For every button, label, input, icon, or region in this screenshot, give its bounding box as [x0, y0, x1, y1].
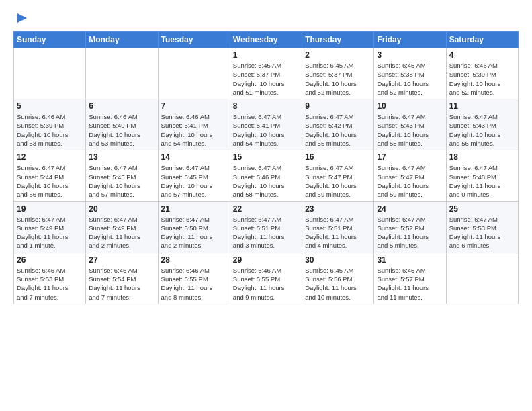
calendar-cell: [14, 48, 86, 99]
day-number: 29: [233, 255, 299, 265]
week-row-2: 5Sunrise: 6:46 AM Sunset: 5:39 PM Daylig…: [14, 99, 519, 150]
calendar-cell: 1Sunrise: 6:45 AM Sunset: 5:37 PM Daylig…: [230, 48, 302, 99]
weekday-header-friday: Friday: [374, 32, 446, 48]
day-number: 24: [377, 204, 443, 214]
day-info: Sunrise: 6:47 AM Sunset: 5:53 PM Dayligh…: [449, 215, 515, 250]
day-info: Sunrise: 6:46 AM Sunset: 5:55 PM Dayligh…: [161, 266, 227, 302]
calendar-cell: 14Sunrise: 6:47 AM Sunset: 5:45 PM Dayli…: [158, 150, 230, 201]
weekday-header-row: SundayMondayTuesdayWednesdayThursdayFrid…: [14, 32, 519, 48]
calendar-cell: 16Sunrise: 6:47 AM Sunset: 5:47 PM Dayli…: [302, 150, 374, 201]
day-info: Sunrise: 6:47 AM Sunset: 5:51 PM Dayligh…: [305, 215, 371, 250]
day-number: 11: [449, 101, 515, 111]
calendar-cell: 31Sunrise: 6:45 AM Sunset: 5:57 PM Dayli…: [374, 253, 446, 304]
day-number: 10: [377, 101, 443, 111]
day-number: 2: [305, 50, 371, 60]
calendar-cell: 9Sunrise: 6:47 AM Sunset: 5:42 PM Daylig…: [302, 99, 374, 150]
weekday-header-thursday: Thursday: [302, 32, 374, 48]
day-info: Sunrise: 6:47 AM Sunset: 5:48 PM Dayligh…: [449, 163, 515, 199]
day-number: 26: [17, 255, 83, 265]
weekday-header-sunday: Sunday: [14, 32, 86, 48]
day-info: Sunrise: 6:47 AM Sunset: 5:41 PM Dayligh…: [233, 112, 299, 148]
day-info: Sunrise: 6:46 AM Sunset: 5:39 PM Dayligh…: [17, 112, 83, 148]
calendar-cell: 24Sunrise: 6:47 AM Sunset: 5:52 PM Dayli…: [374, 201, 446, 253]
day-number: 5: [17, 101, 83, 111]
day-info: Sunrise: 6:47 AM Sunset: 5:51 PM Dayligh…: [233, 215, 299, 250]
calendar-cell: 12Sunrise: 6:47 AM Sunset: 5:44 PM Dayli…: [14, 150, 86, 201]
calendar-cell: [158, 48, 230, 99]
day-info: Sunrise: 6:46 AM Sunset: 5:39 PM Dayligh…: [449, 61, 515, 97]
day-number: 19: [17, 204, 83, 214]
day-info: Sunrise: 6:47 AM Sunset: 5:43 PM Dayligh…: [449, 112, 515, 148]
svg-marker-0: [17, 13, 27, 23]
week-row-3: 12Sunrise: 6:47 AM Sunset: 5:44 PM Dayli…: [14, 150, 519, 201]
day-number: 25: [449, 204, 515, 214]
calendar-cell: 22Sunrise: 6:47 AM Sunset: 5:51 PM Dayli…: [230, 201, 302, 253]
calendar-cell: 30Sunrise: 6:45 AM Sunset: 5:56 PM Dayli…: [302, 253, 374, 304]
calendar-cell: 28Sunrise: 6:46 AM Sunset: 5:55 PM Dayli…: [158, 253, 230, 304]
weekday-header-monday: Monday: [86, 32, 158, 48]
day-number: 7: [161, 101, 227, 111]
calendar-cell: 15Sunrise: 6:47 AM Sunset: 5:46 PM Dayli…: [230, 150, 302, 201]
calendar-cell: 29Sunrise: 6:46 AM Sunset: 5:55 PM Dayli…: [230, 253, 302, 304]
weekday-header-saturday: Saturday: [446, 32, 518, 48]
calendar-cell: [446, 253, 518, 304]
calendar-cell: 3Sunrise: 6:45 AM Sunset: 5:38 PM Daylig…: [374, 48, 446, 99]
day-number: 13: [89, 152, 154, 162]
day-info: Sunrise: 6:46 AM Sunset: 5:53 PM Dayligh…: [17, 266, 83, 302]
day-info: Sunrise: 6:47 AM Sunset: 5:49 PM Dayligh…: [17, 215, 83, 250]
day-info: Sunrise: 6:47 AM Sunset: 5:46 PM Dayligh…: [233, 163, 299, 199]
day-number: 27: [89, 255, 154, 265]
weekday-header-wednesday: Wednesday: [230, 32, 302, 48]
day-info: Sunrise: 6:45 AM Sunset: 5:37 PM Dayligh…: [233, 61, 299, 97]
day-info: Sunrise: 6:47 AM Sunset: 5:44 PM Dayligh…: [17, 163, 83, 199]
day-info: Sunrise: 6:47 AM Sunset: 5:52 PM Dayligh…: [377, 215, 443, 250]
day-number: 30: [305, 255, 371, 265]
day-number: 18: [449, 152, 515, 162]
day-number: 14: [161, 152, 227, 162]
week-row-5: 26Sunrise: 6:46 AM Sunset: 5:53 PM Dayli…: [14, 253, 519, 304]
day-info: Sunrise: 6:47 AM Sunset: 5:49 PM Dayligh…: [89, 215, 154, 250]
day-number: 23: [305, 204, 371, 214]
day-number: 12: [17, 152, 83, 162]
calendar-cell: 27Sunrise: 6:46 AM Sunset: 5:54 PM Dayli…: [86, 253, 158, 304]
calendar-cell: 13Sunrise: 6:47 AM Sunset: 5:45 PM Dayli…: [86, 150, 158, 201]
week-row-1: 1Sunrise: 6:45 AM Sunset: 5:37 PM Daylig…: [14, 48, 519, 99]
calendar-cell: 18Sunrise: 6:47 AM Sunset: 5:48 PM Dayli…: [446, 150, 518, 201]
page: SundayMondayTuesdayWednesdayThursdayFrid…: [0, 0, 532, 315]
day-info: Sunrise: 6:47 AM Sunset: 5:45 PM Dayligh…: [161, 163, 227, 199]
day-info: Sunrise: 6:47 AM Sunset: 5:50 PM Dayligh…: [161, 215, 227, 250]
calendar-cell: 4Sunrise: 6:46 AM Sunset: 5:39 PM Daylig…: [446, 48, 518, 99]
day-info: Sunrise: 6:45 AM Sunset: 5:56 PM Dayligh…: [305, 266, 371, 302]
day-number: 20: [89, 204, 154, 214]
day-info: Sunrise: 6:47 AM Sunset: 5:42 PM Dayligh…: [305, 112, 371, 148]
calendar-cell: 19Sunrise: 6:47 AM Sunset: 5:49 PM Dayli…: [14, 201, 86, 253]
calendar-cell: 6Sunrise: 6:46 AM Sunset: 5:40 PM Daylig…: [86, 99, 158, 150]
day-number: 6: [89, 101, 154, 111]
calendar-cell: 7Sunrise: 6:46 AM Sunset: 5:41 PM Daylig…: [158, 99, 230, 150]
day-info: Sunrise: 6:47 AM Sunset: 5:45 PM Dayligh…: [89, 163, 154, 199]
calendar-cell: 17Sunrise: 6:47 AM Sunset: 5:47 PM Dayli…: [374, 150, 446, 201]
day-number: 16: [305, 152, 371, 162]
day-number: 31: [377, 255, 443, 265]
calendar-cell: 5Sunrise: 6:46 AM Sunset: 5:39 PM Daylig…: [14, 99, 86, 150]
calendar-cell: 25Sunrise: 6:47 AM Sunset: 5:53 PM Dayli…: [446, 201, 518, 253]
day-number: 4: [449, 50, 515, 60]
calendar-cell: 21Sunrise: 6:47 AM Sunset: 5:50 PM Dayli…: [158, 201, 230, 253]
header: [13, 11, 519, 26]
day-number: 1: [233, 50, 299, 60]
calendar-cell: 11Sunrise: 6:47 AM Sunset: 5:43 PM Dayli…: [446, 99, 518, 150]
day-number: 15: [233, 152, 299, 162]
day-info: Sunrise: 6:46 AM Sunset: 5:54 PM Dayligh…: [89, 266, 154, 302]
calendar-cell: 23Sunrise: 6:47 AM Sunset: 5:51 PM Dayli…: [302, 201, 374, 253]
day-number: 8: [233, 101, 299, 111]
calendar-table: SundayMondayTuesdayWednesdayThursdayFrid…: [13, 31, 519, 304]
calendar-cell: 20Sunrise: 6:47 AM Sunset: 5:49 PM Dayli…: [86, 201, 158, 253]
calendar-cell: 26Sunrise: 6:46 AM Sunset: 5:53 PM Dayli…: [14, 253, 86, 304]
day-info: Sunrise: 6:46 AM Sunset: 5:40 PM Dayligh…: [89, 112, 154, 148]
day-number: 3: [377, 50, 443, 60]
day-info: Sunrise: 6:46 AM Sunset: 5:55 PM Dayligh…: [233, 266, 299, 302]
day-info: Sunrise: 6:47 AM Sunset: 5:47 PM Dayligh…: [377, 163, 443, 199]
day-info: Sunrise: 6:45 AM Sunset: 5:38 PM Dayligh…: [377, 61, 443, 97]
logo-triangle-icon: [15, 11, 30, 26]
day-info: Sunrise: 6:47 AM Sunset: 5:43 PM Dayligh…: [377, 112, 443, 148]
